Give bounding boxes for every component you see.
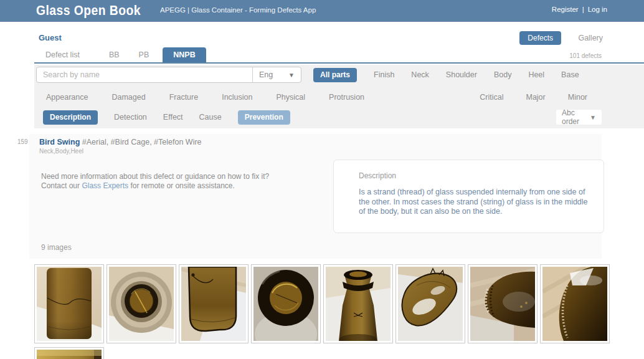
gallery-image-7[interactable]	[468, 264, 537, 343]
auth-divider: |	[582, 6, 584, 13]
description-card: Description Is a strand (thread) of glas…	[333, 160, 604, 233]
gallery-image-1[interactable]	[34, 264, 104, 343]
bottle-finish-macro-photo	[253, 267, 318, 341]
info-type-filters: Description Detection Effect Cause Preve…	[43, 110, 290, 125]
info-tab-detection[interactable]: Detection	[114, 113, 147, 122]
defect-name[interactable]: Bird Swing	[39, 138, 80, 146]
sort-value: Abc order	[562, 108, 590, 126]
part-all-parts[interactable]: All parts	[313, 68, 357, 82]
search-input[interactable]	[37, 70, 252, 79]
part-finish[interactable]: Finish	[374, 70, 394, 79]
part-base[interactable]: Base	[561, 70, 579, 79]
defect-content: Bird Swing #Aerial, #Bird Cage, #Telefon…	[29, 134, 602, 259]
help-line-1: Need more information about this defect …	[41, 172, 334, 181]
login-link[interactable]: Log in	[588, 6, 607, 13]
help-post: for remote or onsite assistance.	[128, 181, 235, 190]
search-box: Eng ▼	[36, 67, 301, 83]
user-label: Guest	[39, 33, 62, 42]
bottle-heel-macro-photo	[542, 267, 607, 341]
gallery-image-9[interactable]	[34, 347, 104, 359]
cut-bottle-strand-front-photo	[37, 267, 102, 341]
gallery-image-3[interactable]	[179, 264, 249, 343]
category-fracture[interactable]: Fracture	[169, 93, 199, 102]
sort-dropdown[interactable]: Abc order ▼	[556, 110, 602, 125]
category-physical[interactable]: Physical	[277, 93, 306, 102]
cut-bottle-strand-section-photo	[181, 267, 246, 341]
severity-filters: Critical Major Minor	[480, 90, 587, 104]
images-count: 9 images	[41, 243, 72, 252]
defect-number: 159	[17, 138, 28, 145]
gallery-button[interactable]: Gallery	[578, 34, 603, 42]
bottle-neck-strand-photo	[326, 267, 391, 341]
glass-open-book-app: Glass Open Book APEGG | Glass Container …	[0, 0, 644, 359]
search-row: Eng ▼	[36, 67, 301, 83]
app-subtitle: APEGG | Glass Container - Forming Defect…	[160, 6, 316, 14]
bottle-gold-partial-photo	[37, 350, 102, 359]
tab-pb[interactable]: PB	[139, 47, 149, 62]
language-value: Eng	[259, 70, 273, 79]
description-text: Is a strand (thread) of glass suspended …	[359, 188, 590, 217]
severity-minor[interactable]: Minor	[568, 93, 587, 102]
defect-title-line: Bird Swing #Aerial, #Bird Cage, #Telefon…	[39, 138, 202, 146]
part-body[interactable]: Body	[494, 70, 512, 79]
gallery-image-8[interactable]	[540, 264, 610, 343]
register-link[interactable]: Register	[552, 6, 579, 13]
info-tab-cause[interactable]: Cause	[199, 113, 222, 122]
tab-defect-list[interactable]: Defect list	[45, 47, 80, 62]
tab-bb[interactable]: BB	[109, 47, 120, 62]
auth-links: Register | Log in	[552, 6, 607, 13]
defect-tags: #Aerial, #Bird Cage, #Telefon Wire	[82, 138, 202, 146]
part-filters: All parts Finish Neck Shoulder Body Heel…	[313, 67, 579, 83]
glass-experts-link[interactable]: Glass Experts	[82, 181, 128, 190]
help-text: Need more information about this defect …	[41, 172, 334, 190]
process-tabs: Defect list BB PB NNPB	[34, 49, 644, 64]
bottle-heel-knurled-photo	[470, 267, 535, 341]
image-gallery	[34, 264, 612, 343]
gallery-image-5[interactable]	[323, 264, 393, 343]
gallery-image-6[interactable]	[395, 264, 465, 343]
category-inclusion[interactable]: Inclusion	[222, 93, 252, 102]
gallery-image-2[interactable]	[107, 264, 176, 343]
info-tab-description[interactable]: Description	[43, 110, 98, 125]
category-protrusion[interactable]: Protrusion	[329, 93, 364, 102]
tab-nnpb[interactable]: NNPB	[163, 47, 206, 62]
part-neck[interactable]: Neck	[411, 70, 429, 79]
bottle-mouth-top-view-photo	[109, 267, 174, 341]
severity-critical[interactable]: Critical	[480, 93, 503, 102]
category-filters: Appearance Damaged Fracture Inclusion Ph…	[46, 90, 364, 104]
description-title: Description	[359, 171, 396, 180]
header-bar: Glass Open Book APEGG | Glass Container …	[0, 0, 644, 22]
defect-locations: Neck,Body,Heel	[39, 148, 83, 155]
help-pre: Contact our	[41, 181, 82, 190]
info-tab-prevention[interactable]: Prevention	[238, 110, 290, 125]
severity-major[interactable]: Major	[526, 93, 545, 102]
part-shoulder[interactable]: Shoulder	[446, 70, 477, 79]
info-tab-effect[interactable]: Effect	[163, 113, 183, 122]
cut-bottle-shoulder-tilted-photo	[398, 267, 463, 341]
category-damaged[interactable]: Damaged	[111, 93, 145, 102]
defects-button[interactable]: Defects	[519, 31, 561, 45]
filter-panel: Eng ▼ All parts Finish Neck Shoulder Bod…	[34, 65, 644, 128]
part-heel[interactable]: Heel	[528, 70, 544, 79]
gallery-image-4[interactable]	[251, 264, 321, 343]
chevron-down-icon: ▼	[288, 72, 295, 79]
language-dropdown[interactable]: Eng ▼	[252, 67, 301, 82]
category-appearance[interactable]: Appearance	[46, 93, 88, 102]
app-logo[interactable]: Glass Open Book	[36, 2, 141, 19]
help-line-2: Contact our Glass Experts for remote or …	[41, 181, 334, 191]
chevron-down-icon: ▼	[590, 114, 596, 121]
